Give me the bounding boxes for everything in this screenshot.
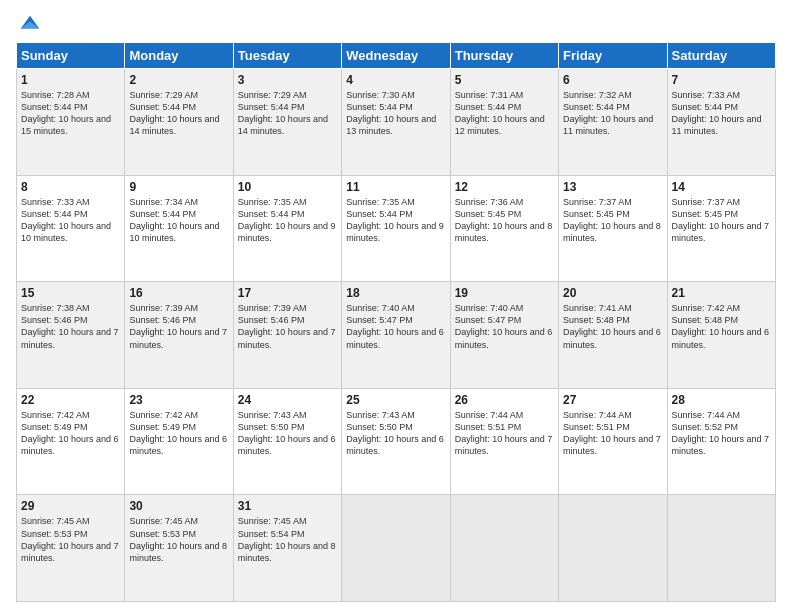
calendar-cell: 30Sunrise: 7:45 AMSunset: 5:53 PMDayligh… — [125, 495, 233, 602]
day-number: 22 — [21, 393, 120, 407]
day-number: 31 — [238, 499, 337, 513]
day-number: 11 — [346, 180, 445, 194]
calendar-cell — [342, 495, 450, 602]
day-number: 26 — [455, 393, 554, 407]
day-info: Sunrise: 7:44 AMSunset: 5:51 PMDaylight:… — [563, 409, 662, 458]
calendar-cell: 14Sunrise: 7:37 AMSunset: 5:45 PMDayligh… — [667, 175, 775, 282]
day-info: Sunrise: 7:39 AMSunset: 5:46 PMDaylight:… — [129, 302, 228, 351]
calendar-cell: 6Sunrise: 7:32 AMSunset: 5:44 PMDaylight… — [559, 69, 667, 176]
day-number: 3 — [238, 73, 337, 87]
day-info: Sunrise: 7:43 AMSunset: 5:50 PMDaylight:… — [346, 409, 445, 458]
calendar-cell: 27Sunrise: 7:44 AMSunset: 5:51 PMDayligh… — [559, 388, 667, 495]
day-info: Sunrise: 7:40 AMSunset: 5:47 PMDaylight:… — [346, 302, 445, 351]
day-number: 23 — [129, 393, 228, 407]
calendar-cell: 19Sunrise: 7:40 AMSunset: 5:47 PMDayligh… — [450, 282, 558, 389]
weekday-header-saturday: Saturday — [667, 43, 775, 69]
day-number: 17 — [238, 286, 337, 300]
calendar-cell: 18Sunrise: 7:40 AMSunset: 5:47 PMDayligh… — [342, 282, 450, 389]
calendar-cell: 23Sunrise: 7:42 AMSunset: 5:49 PMDayligh… — [125, 388, 233, 495]
day-info: Sunrise: 7:33 AMSunset: 5:44 PMDaylight:… — [21, 196, 120, 245]
day-info: Sunrise: 7:40 AMSunset: 5:47 PMDaylight:… — [455, 302, 554, 351]
calendar-cell: 7Sunrise: 7:33 AMSunset: 5:44 PMDaylight… — [667, 69, 775, 176]
calendar-cell: 2Sunrise: 7:29 AMSunset: 5:44 PMDaylight… — [125, 69, 233, 176]
day-number: 30 — [129, 499, 228, 513]
day-info: Sunrise: 7:45 AMSunset: 5:53 PMDaylight:… — [129, 515, 228, 564]
weekday-header-tuesday: Tuesday — [233, 43, 341, 69]
day-number: 5 — [455, 73, 554, 87]
day-number: 13 — [563, 180, 662, 194]
calendar-cell: 5Sunrise: 7:31 AMSunset: 5:44 PMDaylight… — [450, 69, 558, 176]
day-number: 21 — [672, 286, 771, 300]
calendar-cell: 3Sunrise: 7:29 AMSunset: 5:44 PMDaylight… — [233, 69, 341, 176]
calendar-week-row: 29Sunrise: 7:45 AMSunset: 5:53 PMDayligh… — [17, 495, 776, 602]
day-info: Sunrise: 7:44 AMSunset: 5:52 PMDaylight:… — [672, 409, 771, 458]
calendar-cell: 4Sunrise: 7:30 AMSunset: 5:44 PMDaylight… — [342, 69, 450, 176]
day-info: Sunrise: 7:30 AMSunset: 5:44 PMDaylight:… — [346, 89, 445, 138]
day-number: 9 — [129, 180, 228, 194]
logo — [16, 12, 41, 34]
calendar-cell: 26Sunrise: 7:44 AMSunset: 5:51 PMDayligh… — [450, 388, 558, 495]
calendar-cell: 31Sunrise: 7:45 AMSunset: 5:54 PMDayligh… — [233, 495, 341, 602]
calendar-cell: 28Sunrise: 7:44 AMSunset: 5:52 PMDayligh… — [667, 388, 775, 495]
day-info: Sunrise: 7:29 AMSunset: 5:44 PMDaylight:… — [129, 89, 228, 138]
day-info: Sunrise: 7:45 AMSunset: 5:54 PMDaylight:… — [238, 515, 337, 564]
calendar-cell: 8Sunrise: 7:33 AMSunset: 5:44 PMDaylight… — [17, 175, 125, 282]
day-info: Sunrise: 7:28 AMSunset: 5:44 PMDaylight:… — [21, 89, 120, 138]
calendar-week-row: 8Sunrise: 7:33 AMSunset: 5:44 PMDaylight… — [17, 175, 776, 282]
logo-text — [16, 12, 41, 34]
day-info: Sunrise: 7:41 AMSunset: 5:48 PMDaylight:… — [563, 302, 662, 351]
day-number: 6 — [563, 73, 662, 87]
day-number: 10 — [238, 180, 337, 194]
day-number: 4 — [346, 73, 445, 87]
day-number: 28 — [672, 393, 771, 407]
day-number: 12 — [455, 180, 554, 194]
logo-icon — [19, 12, 41, 34]
weekday-header-friday: Friday — [559, 43, 667, 69]
day-info: Sunrise: 7:42 AMSunset: 5:49 PMDaylight:… — [21, 409, 120, 458]
day-number: 8 — [21, 180, 120, 194]
calendar-cell: 10Sunrise: 7:35 AMSunset: 5:44 PMDayligh… — [233, 175, 341, 282]
calendar-cell: 20Sunrise: 7:41 AMSunset: 5:48 PMDayligh… — [559, 282, 667, 389]
day-info: Sunrise: 7:34 AMSunset: 5:44 PMDaylight:… — [129, 196, 228, 245]
day-number: 2 — [129, 73, 228, 87]
day-info: Sunrise: 7:32 AMSunset: 5:44 PMDaylight:… — [563, 89, 662, 138]
calendar-cell: 15Sunrise: 7:38 AMSunset: 5:46 PMDayligh… — [17, 282, 125, 389]
day-info: Sunrise: 7:39 AMSunset: 5:46 PMDaylight:… — [238, 302, 337, 351]
calendar: SundayMondayTuesdayWednesdayThursdayFrid… — [16, 42, 776, 602]
day-info: Sunrise: 7:29 AMSunset: 5:44 PMDaylight:… — [238, 89, 337, 138]
calendar-cell: 9Sunrise: 7:34 AMSunset: 5:44 PMDaylight… — [125, 175, 233, 282]
day-info: Sunrise: 7:31 AMSunset: 5:44 PMDaylight:… — [455, 89, 554, 138]
weekday-header-row: SundayMondayTuesdayWednesdayThursdayFrid… — [17, 43, 776, 69]
day-number: 20 — [563, 286, 662, 300]
weekday-header-sunday: Sunday — [17, 43, 125, 69]
day-number: 16 — [129, 286, 228, 300]
calendar-cell: 29Sunrise: 7:45 AMSunset: 5:53 PMDayligh… — [17, 495, 125, 602]
page: SundayMondayTuesdayWednesdayThursdayFrid… — [0, 0, 792, 612]
header — [16, 12, 776, 34]
day-info: Sunrise: 7:44 AMSunset: 5:51 PMDaylight:… — [455, 409, 554, 458]
calendar-week-row: 15Sunrise: 7:38 AMSunset: 5:46 PMDayligh… — [17, 282, 776, 389]
calendar-cell: 11Sunrise: 7:35 AMSunset: 5:44 PMDayligh… — [342, 175, 450, 282]
day-info: Sunrise: 7:35 AMSunset: 5:44 PMDaylight:… — [238, 196, 337, 245]
day-info: Sunrise: 7:43 AMSunset: 5:50 PMDaylight:… — [238, 409, 337, 458]
day-number: 18 — [346, 286, 445, 300]
calendar-cell — [559, 495, 667, 602]
day-info: Sunrise: 7:33 AMSunset: 5:44 PMDaylight:… — [672, 89, 771, 138]
day-info: Sunrise: 7:37 AMSunset: 5:45 PMDaylight:… — [563, 196, 662, 245]
day-info: Sunrise: 7:36 AMSunset: 5:45 PMDaylight:… — [455, 196, 554, 245]
day-info: Sunrise: 7:37 AMSunset: 5:45 PMDaylight:… — [672, 196, 771, 245]
day-number: 25 — [346, 393, 445, 407]
day-number: 1 — [21, 73, 120, 87]
calendar-week-row: 22Sunrise: 7:42 AMSunset: 5:49 PMDayligh… — [17, 388, 776, 495]
weekday-header-monday: Monday — [125, 43, 233, 69]
calendar-cell: 25Sunrise: 7:43 AMSunset: 5:50 PMDayligh… — [342, 388, 450, 495]
day-number: 29 — [21, 499, 120, 513]
day-number: 7 — [672, 73, 771, 87]
calendar-week-row: 1Sunrise: 7:28 AMSunset: 5:44 PMDaylight… — [17, 69, 776, 176]
day-info: Sunrise: 7:35 AMSunset: 5:44 PMDaylight:… — [346, 196, 445, 245]
day-info: Sunrise: 7:42 AMSunset: 5:49 PMDaylight:… — [129, 409, 228, 458]
day-number: 19 — [455, 286, 554, 300]
day-number: 27 — [563, 393, 662, 407]
calendar-cell: 24Sunrise: 7:43 AMSunset: 5:50 PMDayligh… — [233, 388, 341, 495]
calendar-cell — [450, 495, 558, 602]
